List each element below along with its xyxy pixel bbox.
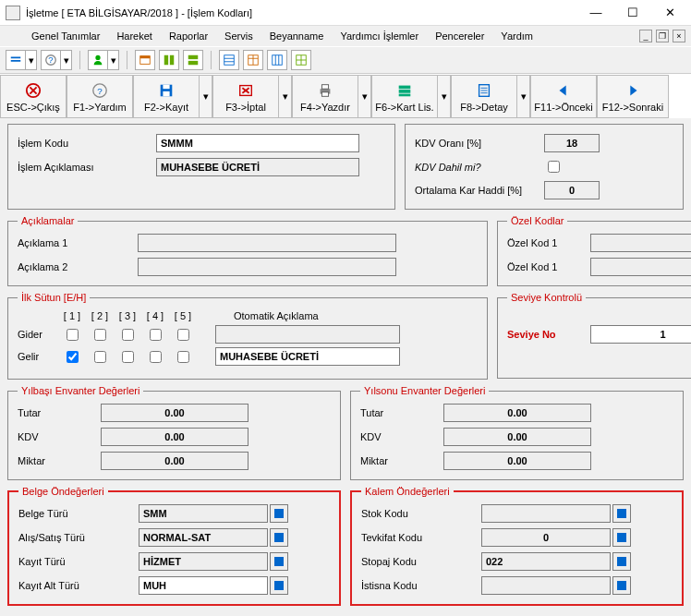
yilsonu-kdv-field[interactable]	[443, 428, 591, 446]
toolbar-help-drop-icon[interactable]: ▾	[61, 50, 72, 70]
fkey-f8-drop[interactable]: ▾	[517, 75, 530, 118]
stopaj-field[interactable]	[481, 552, 611, 571]
svg-rect-50	[274, 509, 284, 518]
gider-chk-1[interactable]	[67, 329, 79, 341]
ozelkod1-label: Özel Kod 1	[507, 237, 590, 248]
toolbar-tile-v-icon[interactable]	[183, 50, 203, 70]
yilsonu-miktar-field[interactable]	[443, 452, 591, 470]
yilsonu-kdv-label: KDV	[360, 431, 443, 442]
mdi-restore-button[interactable]: ❐	[656, 30, 669, 42]
toolbar-grid1-icon[interactable]	[219, 50, 239, 70]
menu-beyanname[interactable]: Beyanname	[266, 29, 328, 43]
yilbasi-miktar-field[interactable]	[101, 452, 249, 470]
stok-kodu-field[interactable]	[481, 504, 611, 523]
gelir-chk-3[interactable]	[122, 351, 134, 363]
fkey-esc[interactable]: ESC->Çıkış	[0, 75, 67, 118]
istisna-field[interactable]	[481, 576, 611, 595]
fkey-f8[interactable]: F8->Detay	[451, 75, 517, 118]
fkey-f3-drop[interactable]: ▾	[279, 75, 292, 118]
islem-kodu-field[interactable]	[156, 134, 359, 152]
gider-oto-field[interactable]	[215, 325, 400, 344]
close-button[interactable]: ✕	[652, 3, 687, 23]
islem-aciklama-label: İşlem Açıklaması	[18, 162, 156, 173]
yilsonu-tutar-field[interactable]	[443, 404, 591, 422]
kayit-turu-field[interactable]	[139, 552, 268, 571]
fkey-f2[interactable]: F2->Kayıt	[133, 75, 200, 118]
stok-kodu-picker-button[interactable]	[612, 504, 631, 523]
toolbar-grid3-icon[interactable]	[267, 50, 287, 70]
kayit-alt-field[interactable]	[139, 576, 268, 595]
menu-raporlar[interactable]: Raporlar	[165, 29, 212, 43]
alis-satis-picker-button[interactable]	[270, 528, 288, 547]
ozelkod-fieldset: Özel Kodlar Özel Kod 1 Özel Kod 1	[497, 215, 691, 286]
kayit-turu-picker-button[interactable]	[270, 552, 288, 571]
belge-fieldset: Belge Öndeğerleri Belge Türü Alış/Satış …	[7, 486, 341, 606]
gider-chk-3[interactable]	[122, 329, 134, 341]
alis-satis-field[interactable]	[139, 528, 268, 547]
fkey-f4-drop[interactable]: ▾	[358, 75, 371, 118]
gider-chk-5[interactable]	[177, 329, 189, 341]
yilbasi-tutar-field[interactable]	[101, 404, 249, 422]
toolbar-settings-drop-icon[interactable]: ▾	[26, 50, 37, 70]
gelir-oto-field[interactable]	[215, 347, 400, 366]
kayit-alt-picker-button[interactable]	[270, 576, 288, 595]
minimize-button[interactable]: —	[578, 3, 613, 23]
card-list-icon	[395, 81, 414, 100]
svg-rect-1	[11, 60, 21, 62]
toolbar-user-icon[interactable]	[88, 50, 108, 70]
toolbar-help-icon[interactable]: ?	[41, 50, 61, 70]
tevkifat-picker-button[interactable]	[612, 528, 631, 547]
exit-icon	[24, 81, 42, 100]
toolbar-grid4-icon[interactable]	[291, 50, 311, 70]
fkey-f12[interactable]: F12->Sonraki	[597, 75, 669, 118]
fkey-f1[interactable]: ? F1->Yardım	[67, 75, 133, 118]
seviye-field[interactable]	[590, 325, 691, 344]
toolbar-user-drop-icon[interactable]: ▾	[108, 50, 119, 70]
svg-rect-7	[164, 55, 168, 66]
fkey-f11[interactable]: F11->Önceki	[530, 75, 597, 118]
belge-turu-field[interactable]	[139, 504, 268, 523]
arrow-left-icon	[554, 81, 573, 100]
fkey-f3[interactable]: F3->İptal	[212, 75, 279, 118]
gider-chk-4[interactable]	[150, 329, 162, 341]
ozelkod1-field[interactable]	[590, 234, 691, 252]
mdi-close-button[interactable]: ×	[673, 30, 685, 42]
gelir-chk-2[interactable]	[94, 351, 106, 363]
aciklama2-field[interactable]	[138, 258, 396, 276]
ort-kar-field[interactable]	[544, 181, 600, 199]
fkey-f4[interactable]: F4->Yazdır	[292, 75, 358, 118]
yilsonu-fieldset: Yılsonu Envanter Değerleri Tutar KDV Mik…	[350, 385, 684, 480]
islem-aciklama-field[interactable]	[156, 158, 359, 176]
menu-yardimci[interactable]: Yardımcı İşlemler	[336, 29, 422, 43]
kdv-orani-field[interactable]	[544, 134, 600, 152]
menu-servis[interactable]: Servis	[221, 29, 257, 43]
toolbar-new-window-icon[interactable]	[135, 50, 155, 70]
menu-genel[interactable]: Genel Tanımlar	[28, 29, 103, 43]
cancel-icon	[236, 81, 255, 100]
fkey-f6[interactable]: F6->Kart Lis.	[371, 75, 438, 118]
toolbar-settings-icon[interactable]	[6, 50, 26, 70]
fkey-f6-drop[interactable]: ▾	[438, 75, 451, 118]
stopaj-picker-button[interactable]	[612, 552, 631, 571]
gelir-chk-5[interactable]	[177, 351, 189, 363]
tevkifat-field[interactable]	[481, 528, 611, 547]
menu-pencereler[interactable]: Pencereler	[431, 29, 488, 43]
svg-rect-38	[399, 90, 411, 93]
istisna-picker-button[interactable]	[612, 576, 631, 595]
gelir-chk-4[interactable]	[150, 351, 162, 363]
mdi-minimize-button[interactable]: _	[639, 30, 652, 42]
toolbar-grid2-icon[interactable]	[243, 50, 263, 70]
toolbar-tile-h-icon[interactable]	[159, 50, 179, 70]
maximize-button[interactable]: ☐	[615, 3, 650, 23]
fkey-f2-drop[interactable]: ▾	[200, 75, 212, 118]
ozelkod2-field[interactable]	[590, 258, 691, 276]
aciklama1-field[interactable]	[138, 234, 396, 252]
kdv-dahil-checkbox[interactable]	[548, 161, 560, 173]
belge-turu-picker-button[interactable]	[270, 504, 288, 523]
menu-yardim[interactable]: Yardım	[497, 29, 537, 43]
seviye-legend: Seviye Kontrolü	[507, 292, 586, 303]
menu-hareket[interactable]: Hareket	[113, 29, 156, 43]
yilbasi-kdv-field[interactable]	[101, 428, 249, 446]
gelir-chk-1[interactable]	[67, 351, 79, 363]
gider-chk-2[interactable]	[94, 329, 106, 341]
